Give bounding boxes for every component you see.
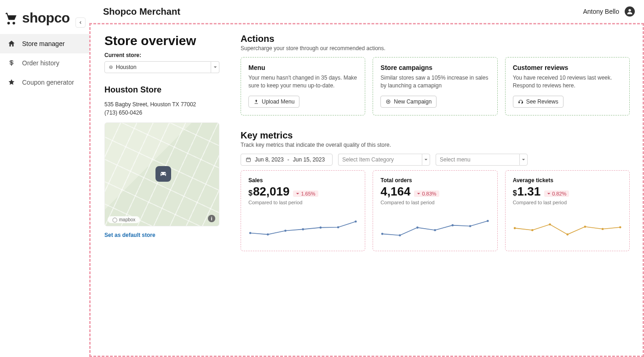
svg-point-18: [452, 224, 454, 226]
action-card-title: Store campaigns: [380, 64, 489, 71]
svg-point-24: [566, 233, 569, 236]
dollar-icon: [7, 59, 16, 67]
caret-down-icon: [296, 192, 299, 196]
svg-rect-5: [522, 102, 523, 103]
svg-point-25: [584, 225, 586, 228]
brand-logo: shopco: [0, 0, 89, 34]
kpi-card: Average tickets $1.31 0.82% Compared to …: [505, 170, 630, 251]
svg-point-8: [267, 233, 269, 236]
chevron-left-icon: [78, 20, 83, 25]
sidebar-item-order-history[interactable]: Order history: [0, 53, 89, 73]
sidebar-item-coupon-generator[interactable]: Coupon generator: [0, 73, 89, 92]
sidebar-item-label: Coupon generator: [22, 79, 74, 86]
svg-point-19: [469, 225, 472, 227]
sidebar-item-store-manager[interactable]: Store manager: [0, 34, 89, 53]
svg-point-9: [284, 230, 287, 232]
avatar-icon: [625, 6, 635, 17]
svg-point-12: [337, 226, 339, 228]
kpi-value: $1.31: [513, 184, 541, 199]
action-card-reviews: Customer reviews You have received 10 re…: [505, 57, 630, 115]
map-pin-icon: [155, 166, 171, 182]
svg-point-27: [619, 226, 621, 228]
button-label: New Campaign: [394, 98, 431, 105]
actions-subtitle: Supercharge your store through our recom…: [241, 45, 630, 52]
kpi-compare-label: Compared to last period: [248, 200, 357, 205]
store-address: 535 Bagby Street, Houston TX 77002: [104, 100, 219, 109]
action-card-body: Similar stores saw a 105% increase in sa…: [380, 74, 489, 90]
button-label: See Reviews: [526, 98, 558, 105]
svg-point-14: [381, 233, 384, 235]
page-title: Store overview: [104, 34, 219, 48]
new-campaign-button[interactable]: New Campaign: [380, 96, 437, 108]
svg-point-13: [355, 220, 357, 223]
action-card-body: You have received 10 reviews last week. …: [513, 74, 622, 90]
date-from: Jun 8, 2023: [255, 156, 284, 163]
plus-circle-icon: [385, 99, 391, 104]
svg-rect-6: [247, 158, 251, 161]
see-reviews-button[interactable]: See Reviews: [513, 96, 564, 108]
cart-icon: [3, 10, 18, 26]
svg-point-21: [513, 227, 516, 229]
svg-point-0: [628, 9, 631, 12]
current-store-select-arrow[interactable]: [211, 61, 219, 73]
date-range-input[interactable]: Jun 8, 2023 - Jun 15, 2023: [241, 154, 333, 166]
svg-point-2: [110, 67, 111, 68]
kpi-title: Total orders: [380, 177, 489, 184]
svg-point-23: [549, 223, 551, 225]
sidebar: shopco Store manager Order history Coupo…: [0, 0, 89, 357]
current-store-select[interactable]: Houston: [104, 61, 219, 73]
kpi-card: Sales $82,019 1.65% Compared to last per…: [241, 170, 365, 251]
svg-point-11: [320, 226, 322, 229]
kpi-sparkline: [512, 213, 623, 246]
svg-point-10: [302, 228, 304, 230]
chevron-down-icon: [422, 154, 430, 166]
app-title: Shopco Merchant: [103, 6, 180, 17]
sidebar-item-label: Store manager: [22, 40, 65, 47]
action-card-title: Customer reviews: [513, 64, 622, 71]
menu-select[interactable]: Select menu: [436, 154, 528, 166]
kpi-value: 4,164: [380, 184, 410, 199]
store-map[interactable]: ◯ mapbox i: [104, 122, 219, 226]
upload-icon: [253, 99, 259, 104]
caret-down-icon: [417, 192, 420, 196]
kpi-delta-badge: 0.82%: [544, 190, 569, 197]
actions-title: Actions: [241, 34, 630, 44]
current-store-label: Current store:: [104, 52, 219, 58]
metrics-subtitle: Track key metrics that indicate the over…: [241, 142, 630, 148]
home-icon: [7, 40, 16, 48]
svg-rect-4: [518, 102, 519, 103]
store-phone: (713) 650-0426: [104, 109, 219, 116]
kpi-value: $82,019: [248, 184, 289, 199]
headset-icon: [518, 99, 523, 104]
svg-point-15: [399, 234, 401, 236]
kpi-delta-badge: 0.83%: [414, 190, 439, 197]
select-placeholder: Select Item Category: [342, 156, 394, 163]
action-card-menu: Menu Your menu hasn't changed in 35 days…: [241, 57, 365, 115]
svg-point-22: [531, 229, 534, 231]
set-default-store-link[interactable]: Set as default store: [104, 232, 155, 238]
svg-point-16: [416, 226, 419, 229]
main-header: Shopco Merchant Antony Bello: [89, 0, 644, 23]
metrics-title: Key metrics: [241, 130, 630, 141]
button-label: Upload Menu: [262, 98, 294, 105]
svg-point-20: [487, 220, 489, 222]
kpi-compare-label: Compared to last period: [513, 200, 622, 205]
kpi-compare-label: Compared to last period: [380, 200, 489, 205]
brand-wordmark: shopco: [22, 10, 70, 26]
category-select[interactable]: Select Item Category: [338, 154, 430, 166]
store-title: Houston Store: [104, 85, 219, 95]
user-name: Antony Bello: [583, 8, 619, 15]
upload-menu-button[interactable]: Upload Menu: [248, 96, 299, 108]
action-card-body: Your menu hasn't changed in 35 days. Mak…: [248, 74, 357, 90]
kpi-card: Total orders 4,164 0.83% Compared to las…: [373, 170, 497, 251]
date-sep: -: [288, 156, 289, 163]
user-menu[interactable]: Antony Bello: [583, 6, 635, 17]
current-store-value: Houston: [116, 64, 137, 70]
kpi-delta-badge: 1.65%: [293, 190, 318, 197]
location-dot-icon: [109, 65, 113, 69]
map-info-icon[interactable]: i: [208, 215, 215, 222]
kpi-title: Average tickets: [513, 177, 622, 184]
sidebar-collapse-button[interactable]: [75, 17, 86, 28]
svg-point-26: [601, 228, 604, 230]
calendar-icon: [246, 157, 251, 162]
